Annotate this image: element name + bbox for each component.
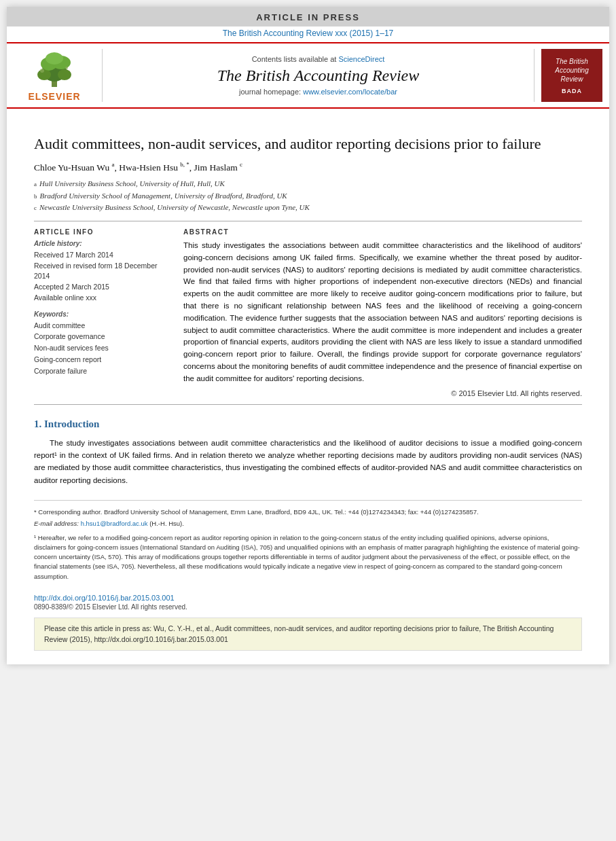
elsevier-tree-icon (27, 49, 81, 90)
page: ARTICLE IN PRESS The British Accounting … (7, 7, 609, 664)
article-info-label: ARTICLE INFO (34, 228, 170, 236)
online-date: Available online xxx (34, 293, 170, 304)
affil-3-text: Newcastle University Business School, Un… (39, 202, 310, 214)
two-col-section: ARTICLE INFO Article history: Received 1… (34, 228, 582, 397)
svg-point-6 (46, 52, 63, 65)
affil-2: b Bradford University School of Manageme… (34, 190, 582, 202)
email-name: (H.-H. Hsu). (149, 520, 184, 527)
introduction-paragraph: The study investigates associations betw… (34, 437, 582, 487)
abstract-text: This study investigates the associations… (183, 240, 582, 385)
introduction-heading: 1. Introduction (34, 418, 582, 430)
elsevier-text: ELSEVIER (28, 91, 80, 102)
affil-3: c Newcastle University Business School, … (34, 202, 582, 214)
abstract-label: ABSTRACT (183, 228, 582, 236)
bar-logo: The British Accounting Review BADA (541, 49, 602, 102)
article-info-col: ARTICLE INFO Article history: Received 1… (34, 228, 170, 397)
issn-line: 0890-8389/© 2015 Elsevier Ltd. All right… (34, 603, 582, 611)
authors-line: Chloe Yu-Hsuan Wu a, Hwa-Hsien Hsu b, *,… (34, 161, 582, 173)
journal-ref-text: The British Accounting Review xxx (2015)… (223, 29, 393, 38)
journal-ref: The British Accounting Review xxx (2015)… (7, 26, 609, 42)
history-label: Article history: (34, 240, 170, 247)
aip-text: ARTICLE IN PRESS (256, 12, 360, 22)
accepted-date: Accepted 2 March 2015 (34, 282, 170, 293)
corresponding-author: * Corresponding author. Bradford Univers… (34, 507, 582, 517)
keyword-2: Corporate governance (34, 331, 170, 342)
keyword-3: Non-audit services fees (34, 342, 170, 354)
contents-text: Contents lists available at (252, 55, 337, 63)
keyword-5: Corporate failure (34, 365, 170, 377)
received-date: Received 17 March 2014 (34, 250, 170, 261)
keywords-label: Keywords: (34, 310, 170, 318)
author1-name: Chloe Yu-Hsuan Wu (34, 162, 109, 172)
email-label: E-mail address: (34, 520, 79, 527)
copyright: © 2015 Elsevier Ltd. All rights reserved… (183, 389, 582, 397)
affil-2-text: Bradford University School of Management… (40, 190, 287, 202)
main-content: Audit committees, non-audit services, an… (7, 109, 609, 664)
sciencedirect-link[interactable]: ScienceDirect (338, 55, 384, 63)
bar-logo-text: The British Accounting Review (555, 57, 588, 84)
journal-homepage: journal homepage: www.elsevier.com/locat… (239, 88, 397, 96)
journal-title: The British Accounting Review (217, 66, 420, 86)
elsevier-logo-area: ELSEVIER (14, 49, 95, 102)
citation-text: Please cite this article in press as: Wu… (44, 624, 554, 643)
email-line: E-mail address: h.hsu1@bradford.ac.uk (H… (34, 519, 582, 529)
email-link[interactable]: h.hsu1@bradford.ac.uk (81, 520, 148, 527)
divider-2 (34, 404, 582, 405)
author2-name: Hwa-Hsien Hsu (119, 162, 178, 172)
divider-1 (34, 221, 582, 221)
author3-name: Jim Haslam (194, 162, 238, 172)
svg-point-8 (65, 67, 68, 69)
svg-point-2 (37, 69, 51, 80)
journal-header-center: Contents lists available at ScienceDirec… (102, 49, 535, 102)
elsevier-logo: ELSEVIER (27, 49, 81, 102)
author3-sup: c (240, 161, 242, 168)
doi-link[interactable]: http://dx.doi.org/10.1016/j.bar.2015.03.… (34, 594, 582, 602)
footnote-1: ¹ Hereafter, we refer to a modified goin… (34, 533, 582, 581)
keyword-1: Audit committee (34, 320, 170, 332)
affil-1-text: Hull University Business School, Univers… (39, 178, 225, 190)
aip-banner: ARTICLE IN PRESS (7, 7, 609, 26)
article-title: Audit committees, non-audit services, an… (34, 135, 582, 154)
journal-header: ELSEVIER Contents lists available at Sci… (7, 42, 609, 109)
homepage-url[interactable]: www.elsevier.com/locate/bar (303, 88, 397, 96)
homepage-label: journal homepage: (239, 88, 301, 96)
author1-sup: a (112, 161, 115, 168)
revised-date: Received in revised form 18 December 201… (34, 261, 170, 283)
svg-point-3 (58, 69, 71, 80)
bar-baa: BADA (562, 88, 582, 94)
author2-sup: b, * (180, 161, 189, 168)
footer-area: * Corresponding author. Bradford Univers… (34, 500, 582, 588)
contents-line: Contents lists available at ScienceDirec… (252, 55, 385, 63)
keyword-4: Going-concern report (34, 354, 170, 365)
abstract-col: ABSTRACT This study investigates the ass… (183, 228, 582, 397)
citation-box: Please cite this article in press as: Wu… (34, 618, 582, 651)
svg-point-7 (40, 69, 44, 73)
affil-1: a Hull University Business School, Unive… (34, 178, 582, 190)
affiliations: a Hull University Business School, Unive… (34, 178, 582, 214)
